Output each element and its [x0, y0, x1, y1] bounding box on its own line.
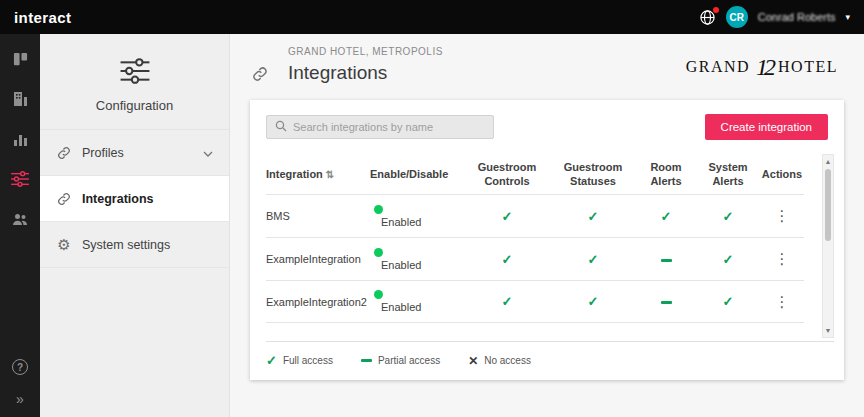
page-header: GRAND HOTEL, METROPOLIS Integrations GRA… [230, 34, 864, 84]
sliders-icon [120, 70, 150, 87]
interact-logo: interact [14, 9, 71, 26]
topbar: interact CR Conrad Roberts ▾ [0, 0, 864, 34]
icon-rail: ? » [0, 34, 40, 417]
enable-disable-toggle[interactable]: Enabled [370, 290, 464, 313]
access-legend: ✓ Full access Partial access ✕ No access [266, 353, 531, 368]
column-room-alerts: Room Alerts [636, 161, 696, 189]
expand-rail-icon[interactable]: » [16, 391, 24, 407]
room-alerts-access [636, 253, 696, 265]
status-label: Enabled [381, 301, 464, 313]
dashboard-icon[interactable] [11, 50, 29, 68]
cross-icon: ✕ [468, 354, 478, 368]
guestroom-statuses-access: ✓ [550, 209, 636, 224]
row-actions-menu-icon[interactable]: ⋮ [760, 293, 804, 311]
chevron-down-icon[interactable]: ▾ [845, 12, 850, 22]
enabled-dot [374, 205, 383, 214]
room-alerts-access [636, 296, 696, 308]
main-content: GRAND HOTEL, METROPOLIS Integrations GRA… [230, 34, 864, 417]
help-icon[interactable]: ? [12, 359, 28, 375]
create-integration-button[interactable]: Create integration [705, 114, 828, 140]
search-box [266, 115, 494, 139]
column-guestroom-controls: Guestroom Controls [464, 161, 550, 189]
gear-icon: ⚙ [56, 237, 72, 252]
sidebar-title: Configuration [40, 98, 229, 113]
reports-icon[interactable] [11, 130, 29, 148]
vertical-scrollbar[interactable]: ▲ ▼ [822, 154, 834, 338]
table-row: BMS Enabled ✓ ✓ ✓ ✓ ⋮ [266, 194, 804, 237]
sidebar-menu: Profiles Integrations ⚙ System settings [40, 129, 229, 268]
sidebar-item-system-settings[interactable]: ⚙ System settings [40, 222, 229, 268]
username[interactable]: Conrad Roberts [758, 11, 836, 23]
table-row: ExampleIntegration2 Enabled ✓ ✓ ✓ ⋮ [266, 280, 804, 323]
table-body: BMS Enabled ✓ ✓ ✓ ✓ ⋮ ExampleIntegration… [266, 194, 804, 323]
table-row: ExampleIntegration Enabled ✓ ✓ ✓ ⋮ [266, 237, 804, 280]
enable-disable-toggle[interactable]: Enabled [370, 248, 464, 271]
guestroom-controls-access: ✓ [464, 209, 550, 224]
chevron-down-icon[interactable] [203, 146, 213, 160]
legend-full-access: ✓ Full access [266, 353, 333, 368]
column-guestroom-statuses: Guestroom Statuses [550, 161, 636, 189]
system-alerts-access: ✓ [696, 209, 760, 224]
rail-bottom: ? » [12, 359, 28, 407]
scroll-up-icon[interactable]: ▲ [825, 155, 832, 168]
scroll-track[interactable] [823, 168, 833, 324]
integrations-card: Create integration Integration⇅ Enable/D… [250, 100, 844, 380]
configuration-icon[interactable] [11, 170, 29, 188]
column-actions: Actions [760, 168, 804, 182]
sidebar-item-profiles[interactable]: Profiles [40, 130, 229, 176]
system-alerts-access: ✓ [696, 252, 760, 267]
users-icon[interactable] [11, 210, 29, 228]
integrations-table: Integration⇅ Enable/Disable Guestroom Co… [266, 156, 804, 323]
guestroom-controls-access: ✓ [464, 252, 550, 267]
link-icon [252, 66, 268, 86]
table-header: Integration⇅ Enable/Disable Guestroom Co… [266, 156, 804, 194]
language-globe-icon[interactable] [699, 9, 716, 26]
user-menu: CR Conrad Roberts ▾ [699, 6, 850, 28]
guestroom-controls-access: ✓ [464, 294, 550, 309]
room-alerts-access: ✓ [636, 209, 696, 224]
dash-icon [361, 359, 372, 362]
app-window: interact CR Conrad Roberts ▾ [0, 0, 864, 417]
status-label: Enabled [381, 216, 464, 228]
search-input[interactable] [293, 121, 485, 133]
column-system-alerts: System Alerts [696, 161, 760, 189]
column-integration[interactable]: Integration⇅ [266, 168, 370, 182]
link-icon [56, 192, 72, 206]
search-icon [275, 118, 287, 136]
profiles-icon [56, 146, 72, 160]
building-icon[interactable] [11, 90, 29, 108]
integration-name: ExampleIntegration2 [266, 296, 370, 308]
row-actions-menu-icon[interactable]: ⋮ [760, 207, 804, 225]
scroll-down-icon[interactable]: ▼ [825, 324, 832, 337]
hotel-brand-logo: GRAND 12 HOTEL [686, 58, 838, 76]
row-actions-menu-icon[interactable]: ⋮ [760, 250, 804, 268]
enabled-dot [374, 248, 383, 257]
brand-word-left: GRAND [686, 58, 750, 76]
sidebar-item-label: Profiles [82, 146, 124, 160]
brand-word-right: HOTEL [778, 58, 838, 76]
legend-no-access: ✕ No access [468, 354, 531, 368]
sidebar: Configuration Profiles [40, 34, 230, 417]
enabled-dot [374, 290, 383, 299]
avatar[interactable]: CR [726, 6, 748, 28]
integration-name: BMS [266, 210, 370, 222]
sidebar-item-label: System settings [82, 238, 170, 252]
status-label: Enabled [381, 259, 464, 271]
system-alerts-access: ✓ [696, 294, 760, 309]
enable-disable-toggle[interactable]: Enabled [370, 205, 464, 228]
sidebar-item-integrations[interactable]: Integrations [40, 176, 229, 222]
notification-badge [713, 7, 719, 13]
column-enable-disable: Enable/Disable [370, 168, 464, 182]
sidebar-item-label: Integrations [82, 192, 154, 206]
check-icon: ✓ [266, 353, 277, 368]
sort-icon[interactable]: ⇅ [326, 169, 334, 180]
card-toolbar: Create integration [266, 114, 828, 140]
scroll-thumb[interactable] [825, 169, 831, 241]
guestroom-statuses-access: ✓ [550, 294, 636, 309]
sidebar-header: Configuration [40, 34, 229, 129]
legend-divider [266, 341, 834, 342]
legend-partial-access: Partial access [361, 355, 440, 366]
integration-name: ExampleIntegration [266, 253, 370, 265]
guestroom-statuses-access: ✓ [550, 252, 636, 267]
